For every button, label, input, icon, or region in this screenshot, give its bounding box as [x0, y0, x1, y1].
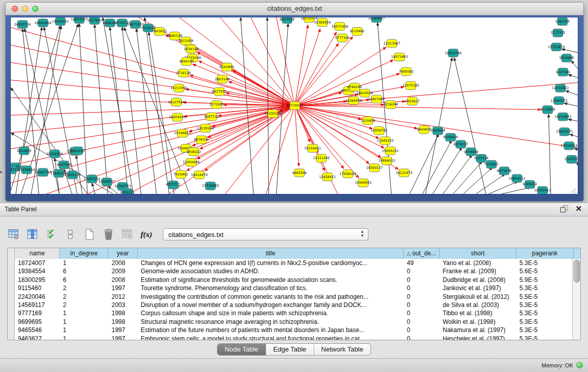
graph-node[interactable]: 9465546: [292, 169, 307, 177]
graph-node[interactable]: 7515526: [141, 24, 156, 32]
panel-collapse-handle[interactable]: ▸: [0, 169, 3, 174]
table-row[interactable]: 1456911722003Disruption of a novel membe…: [8, 301, 580, 309]
graph-node[interactable]: 7932621: [484, 160, 499, 168]
graph-node[interactable]: 2933114: [474, 155, 489, 163]
cell[interactable]: 9699695: [15, 318, 60, 326]
cell[interactable]: 5.3E-5: [516, 259, 574, 267]
cell[interactable]: Tibbo et al. (1998): [440, 309, 516, 317]
cell[interactable]: Tourette syndrome. Phenomenology and cla…: [138, 284, 404, 292]
graph-node[interactable]: 4577712: [166, 181, 181, 189]
cell[interactable]: 5.5E-5: [516, 293, 574, 301]
cell[interactable]: 1: [60, 259, 108, 267]
graph-node[interactable]: 17458204: [339, 170, 356, 178]
cell[interactable]: 0: [404, 293, 440, 301]
cell[interactable]: 0: [404, 301, 440, 309]
graph-node[interactable]: 16914479: [191, 171, 208, 179]
cell[interactable]: 1998: [108, 318, 138, 326]
table-row[interactable]: 946554611997Estimation of the future num…: [8, 326, 580, 334]
cell[interactable]: 2: [60, 284, 108, 292]
cell[interactable]: Genome-wide association studies in ADHD.: [138, 267, 404, 275]
graph-node[interactable]: 4746266: [347, 83, 362, 91]
graph-node[interactable]: 7485063: [399, 68, 413, 76]
column-header-out_de[interactable]: △out_de...: [404, 248, 440, 259]
cell[interactable]: Disruption of a novel member of a sodium…: [138, 301, 404, 309]
tab-network-table[interactable]: Network Table: [314, 344, 371, 355]
graph-node[interactable]: 10952413: [534, 186, 551, 194]
graph-node[interactable]: 9329968: [559, 54, 574, 62]
cell[interactable]: Estimation of significance thresholds fo…: [138, 276, 404, 284]
window-titlebar[interactable]: citations_edges.txt: [6, 3, 583, 15]
graph-node[interactable]: 16571458: [331, 23, 348, 31]
graph-node[interactable]: 20691406: [34, 19, 51, 27]
cell[interactable]: Stergiakouli et al. (2012): [440, 293, 516, 301]
graph-node[interactable]: 16122475: [396, 169, 412, 177]
table-row[interactable]: 1830029562008Estimation of significance …: [8, 276, 580, 284]
cell[interactable]: Yano et al. (2008): [440, 259, 516, 267]
column-header-year[interactable]: year: [108, 248, 138, 259]
cell[interactable]: 1997: [108, 326, 138, 334]
graph-node[interactable]: 10653257: [71, 17, 88, 24]
table-row[interactable]: 1938455462009Genome-wide association stu…: [8, 267, 580, 275]
column-header-short[interactable]: short: [440, 248, 516, 259]
graph-node[interactable]: 15751874: [548, 43, 565, 51]
cell[interactable]: 1: [60, 309, 108, 317]
graph-node[interactable]: 24055724: [14, 20, 31, 29]
graph-node[interactable]: 7220458: [360, 117, 375, 125]
table-selector-dropdown[interactable]: citations_edges.txt ▲▼: [163, 228, 368, 240]
graph-node[interactable]: 1640954: [430, 127, 445, 135]
cell[interactable]: 5.3E-5: [516, 335, 574, 340]
graph-node[interactable]: 9245652: [522, 181, 537, 189]
cell[interactable]: 0: [404, 309, 440, 317]
cell[interactable]: Changes of HCN gene expression and I(f) …: [138, 259, 404, 267]
graph-node[interactable]: 10965842: [355, 179, 372, 187]
graph-node[interactable]: 19391542: [52, 17, 69, 26]
graph-node[interactable]: 9463627: [405, 97, 420, 105]
graph-node[interactable]: 1167533: [564, 156, 578, 164]
graph-node[interactable]: 13535934: [197, 124, 214, 133]
graph-node[interactable]: 9890145: [179, 57, 194, 65]
cell[interactable]: 5.3E-5: [516, 318, 574, 326]
cell[interactable]: 5.3E-5: [516, 326, 574, 334]
graph-node[interactable]: 10654112: [509, 174, 526, 183]
cell[interactable]: 0: [404, 267, 440, 275]
new-table-icon[interactable]: [83, 228, 96, 241]
graph-node[interactable]: 11649225: [377, 137, 394, 145]
cell[interactable]: Jankovic et al. (1997): [440, 284, 516, 292]
graph-node[interactable]: 2620655: [17, 147, 32, 155]
table-row[interactable]: 977716911998Corpus callosum shape and si…: [8, 309, 580, 317]
scrollbar-thumb[interactable]: [574, 260, 580, 282]
cell[interactable]: Corpus callosum shape and size in male p…: [138, 309, 404, 317]
cell[interactable]: Investigating the contribution of common…: [138, 293, 404, 301]
cell[interactable]: Wolkin et al. (1998): [440, 318, 516, 326]
cell[interactable]: 1997: [108, 335, 138, 340]
cell[interactable]: 0: [404, 276, 440, 284]
cell[interactable]: Nakamura et al. (1997): [440, 326, 516, 334]
table-row[interactable]: 911546021997Tourette syndrome. Phenomeno…: [8, 284, 580, 292]
cell[interactable]: 1998: [108, 309, 138, 317]
graph-node[interactable]: 8267110: [204, 113, 219, 121]
tab-edge-table[interactable]: Edge Table: [266, 344, 314, 355]
cell[interactable]: 22420046: [15, 293, 60, 301]
graph-node[interactable]: 8471676: [497, 167, 512, 175]
table-scrollbar[interactable]: [572, 259, 580, 340]
graph-node[interactable]: 9097588: [56, 161, 71, 169]
graph-node[interactable]: 19654935: [169, 113, 186, 121]
graph-node[interactable]: 10807487: [368, 95, 385, 103]
cell[interactable]: 18300295: [15, 276, 60, 284]
table-row[interactable]: 1872400712008Changes of HCN gene express…: [8, 259, 580, 267]
cell[interactable]: 2003: [108, 301, 138, 309]
graph-node[interactable]: 1892287: [70, 147, 85, 155]
cell[interactable]: 2009: [108, 267, 138, 275]
graph-node[interactable]: 8215958: [540, 106, 555, 114]
show-columns-icon[interactable]: [26, 228, 39, 241]
cell[interactable]: 6: [60, 267, 108, 275]
tab-node-table[interactable]: Node Table: [217, 344, 266, 355]
graph-node[interactable]: 1527602: [87, 17, 102, 25]
network-graph[interactable]: 7663822966012859129541654334224200469890…: [11, 17, 578, 194]
graph-node[interactable]: 9115460: [350, 28, 364, 36]
graph-node[interactable]: 13151445: [313, 155, 330, 163]
select-all-icon[interactable]: [45, 228, 58, 241]
cell[interactable]: 5.3E-5: [516, 301, 574, 309]
graph-node[interactable]: 6216044: [383, 101, 398, 109]
network-view[interactable]: 7663822966012859129541654334224200469890…: [10, 17, 578, 194]
